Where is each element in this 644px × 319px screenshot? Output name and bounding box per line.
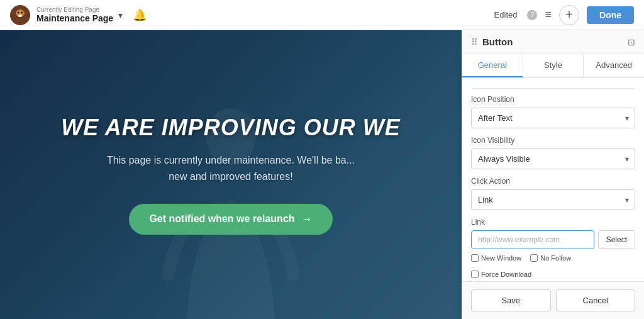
page-name: Maintenance Page <box>36 13 113 23</box>
svg-point-4 <box>18 14 22 17</box>
list-view-icon[interactable]: ≡ <box>545 8 552 21</box>
new-window-checkbox[interactable] <box>471 254 479 262</box>
panel-footer: Save Cancel <box>462 281 644 319</box>
app-logo <box>10 5 30 25</box>
notifications-bell-icon[interactable]: 🔔 <box>133 8 147 22</box>
settings-panel: ⠿ Button ⊡ General Style Advanced Icon P… <box>462 30 644 319</box>
done-button[interactable]: Done <box>587 6 634 24</box>
icon-visibility-select[interactable]: Always Visible On Hover <box>471 148 635 169</box>
edited-help-icon[interactable]: ? <box>527 10 537 20</box>
svg-point-2 <box>18 11 19 13</box>
cancel-button[interactable]: Cancel <box>556 289 636 311</box>
click-action-label: Click Action <box>471 177 635 186</box>
section-divider-top <box>471 88 635 89</box>
canvas-cta-button[interactable]: Get notified when we relaunch → <box>129 204 332 235</box>
icon-visibility-label: Icon Visibility <box>471 136 635 145</box>
panel-title-label: Button <box>482 36 513 47</box>
save-button[interactable]: Save <box>471 289 551 311</box>
new-window-checkbox-label[interactable]: New Window <box>471 254 521 262</box>
tab-general[interactable]: General <box>462 54 523 77</box>
panel-tabs: General Style Advanced <box>462 54 644 78</box>
edited-status: Edited <box>494 10 518 20</box>
page-info: Currently Editing Page Maintenance Page <box>36 6 113 23</box>
page-dropdown-chevron[interactable]: ▾ <box>118 10 123 20</box>
icon-position-wrapper: Before Text After Text ▾ <box>471 108 635 128</box>
panel-title: ⠿ Button <box>471 36 513 47</box>
no-follow-label: No Follow <box>540 254 571 262</box>
link-field-row: Select <box>471 230 635 249</box>
canvas-subtitle: This page is currently under maintenance… <box>107 152 355 184</box>
no-follow-checkbox-label[interactable]: No Follow <box>530 254 571 262</box>
select-button[interactable]: Select <box>598 230 635 249</box>
add-button[interactable]: + <box>559 5 579 25</box>
topbar: Currently Editing Page Maintenance Page … <box>0 0 644 30</box>
page-canvas: WE ARE IMPROVING OUR WE This page is cur… <box>0 30 462 319</box>
icon-visibility-wrapper: Always Visible On Hover ▾ <box>471 148 635 169</box>
click-action-wrapper: Link Popup Scroll To Section ▾ <box>471 189 635 210</box>
link-label: Link <box>471 218 635 227</box>
main-area: WE ARE IMPROVING OUR WE This page is cur… <box>0 30 644 319</box>
svg-point-3 <box>21 11 23 13</box>
force-download-label: Force Download <box>481 271 531 278</box>
tab-style[interactable]: Style <box>523 54 584 77</box>
force-download-checkbox[interactable] <box>471 271 479 278</box>
panel-header: ⠿ Button ⊡ <box>462 30 644 54</box>
tab-advanced[interactable]: Advanced <box>584 54 644 77</box>
click-action-select[interactable]: Link Popup Scroll To Section <box>471 189 635 210</box>
panel-drag-icon: ⠿ <box>471 37 477 47</box>
panel-minimize-icon[interactable]: ⊡ <box>628 37 635 47</box>
canvas-title: WE ARE IMPROVING OUR WE <box>61 115 401 141</box>
force-download-checkbox-label[interactable]: Force Download <box>471 271 531 278</box>
panel-body: Icon Position Before Text After Text ▾ I… <box>462 78 644 281</box>
icon-position-select[interactable]: Before Text After Text <box>471 108 635 128</box>
currently-editing-label: Currently Editing Page <box>36 6 113 13</box>
link-input[interactable] <box>471 230 594 249</box>
icon-position-label: Icon Position <box>471 95 635 104</box>
no-follow-checkbox[interactable] <box>530 254 538 262</box>
checkbox-row: New Window No Follow Force Download <box>471 254 635 278</box>
canvas-btn-label: Get notified when we relaunch <box>149 213 294 225</box>
canvas-btn-arrow: → <box>301 213 313 226</box>
new-window-label: New Window <box>481 254 521 262</box>
canvas-content: WE ARE IMPROVING OUR WE This page is cur… <box>0 30 462 319</box>
topbar-right: Edited ? ≡ + Done <box>494 5 634 25</box>
